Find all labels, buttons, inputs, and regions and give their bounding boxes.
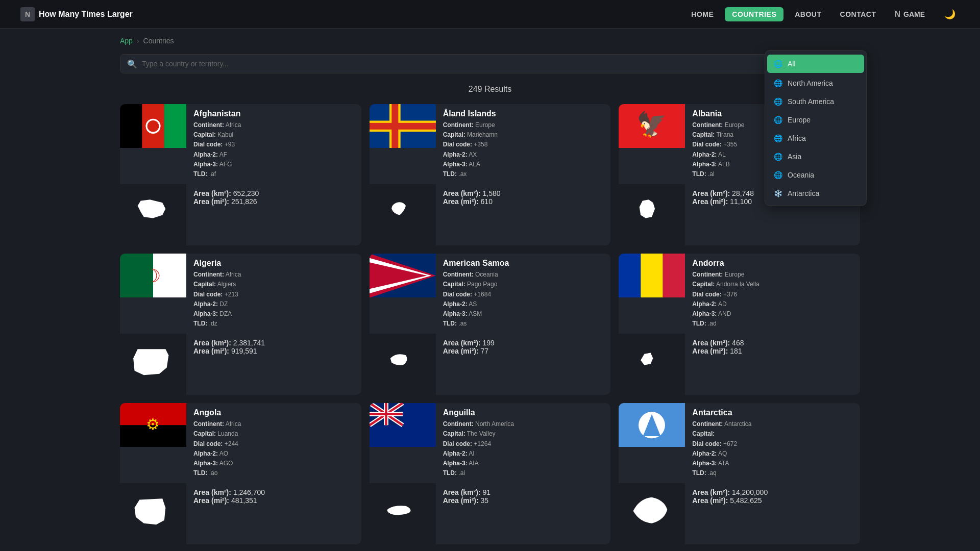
dropdown-item-oceania[interactable]: 🌐 Oceania <box>765 166 866 184</box>
country-area-mi: Area (mi²): 251,826 <box>193 197 354 206</box>
country-shape-svg <box>626 492 677 536</box>
site-logo[interactable]: N How Many Times Larger <box>20 7 133 21</box>
country-shape-svg <box>128 343 179 386</box>
card-area-info: Area (km²): 652,230 Area (mi²): 251,826 <box>186 184 361 245</box>
country-card[interactable]: Andorra Continent: Europe Capital: Andor… <box>619 254 860 395</box>
country-area-mi: Area (mi²): 77 <box>443 347 604 355</box>
country-alpha3: Alpha-3: AIA <box>443 459 604 468</box>
country-tld: TLD: .aq <box>692 468 853 478</box>
country-shape-svg <box>128 492 179 536</box>
country-area-km: Area (km²): 2,381,741 <box>193 339 354 347</box>
dropdown-item-africa[interactable]: 🌐 Africa <box>765 129 866 147</box>
country-dial: Dial code: +376 <box>692 290 853 299</box>
card-area-info: Area (km²): 1,246,700 Area (mi²): 481,35… <box>186 483 361 544</box>
country-alpha2: Alpha-2: AS <box>443 299 604 309</box>
nav-game[interactable]: N GAME <box>887 7 932 22</box>
card-info: Angola Continent: Africa Capital: Luanda… <box>186 403 361 483</box>
search-input[interactable] <box>120 54 834 73</box>
nav-about[interactable]: ABOUT <box>788 7 828 21</box>
country-dial: Dial code: +1684 <box>443 290 604 299</box>
country-dial: Dial code: +1264 <box>443 439 604 449</box>
breadcrumb-separator: › <box>137 37 139 45</box>
nav-contact[interactable]: CONTACT <box>833 7 884 21</box>
country-card[interactable]: Antarctica Continent: Antarctica Capital… <box>619 403 860 544</box>
country-name: Antarctica <box>692 408 853 417</box>
card-flag <box>619 254 685 297</box>
card-main: Area (km²): 2,381,741 Area (mi²): 919,59… <box>120 334 361 395</box>
country-dial: Dial code: +244 <box>193 439 354 449</box>
country-continent: Continent: Europe <box>443 120 604 130</box>
country-area-mi: Area (mi²): 610 <box>443 197 604 206</box>
country-capital: Capital: Mariehamn <box>443 130 604 140</box>
card-shape-col <box>370 184 436 245</box>
card-area-info: Area (km²): 2,381,741 Area (mi²): 919,59… <box>186 334 361 395</box>
country-card[interactable]: Åland Islands Continent: Europe Capital:… <box>370 104 611 245</box>
dropdown-item-label: Africa <box>788 134 806 142</box>
dropdown-item-north-america[interactable]: 🌐 North America <box>765 74 866 92</box>
card-shape-col <box>619 483 685 544</box>
search-icon: 🔍 <box>127 59 137 69</box>
country-card[interactable]: ☽ Algeria Continent: Africa Capital: Alg… <box>120 254 361 395</box>
card-shape-col <box>120 184 186 245</box>
country-name: Angola <box>193 408 354 417</box>
svg-text:🦅: 🦅 <box>637 110 668 139</box>
country-dial: Dial code: +358 <box>443 140 604 149</box>
card-info: Åland Islands Continent: Europe Capital:… <box>436 104 611 184</box>
country-card[interactable]: ⚙ Angola Continent: Africa Capital: Luan… <box>120 403 361 544</box>
dropdown-item-asia[interactable]: 🌐 Asia <box>765 147 866 166</box>
continent-dropdown: 🌐 All 🌐 North America 🌐 South America 🌐 … <box>765 50 867 206</box>
card-flag: ⚙ <box>120 403 186 447</box>
card-flag <box>619 403 685 447</box>
dropdown-item-icon: 🌐 <box>773 134 782 143</box>
site-title: How Many Times Larger <box>39 10 133 19</box>
country-continent: Continent: Europe <box>692 270 853 280</box>
dark-mode-toggle[interactable]: 🌙 <box>940 7 960 22</box>
country-area-mi: Area (mi²): 919,591 <box>193 347 354 355</box>
card-shape-col <box>120 483 186 544</box>
card-shape-col <box>619 334 685 395</box>
dropdown-item-all[interactable]: 🌐 All <box>767 55 864 73</box>
card-top: Åland Islands Continent: Europe Capital:… <box>370 104 611 184</box>
card-top: Andorra Continent: Europe Capital: Andor… <box>619 254 860 334</box>
nav-countries[interactable]: COUNTRIES <box>725 7 783 21</box>
card-flag <box>370 104 436 148</box>
country-shape-svg <box>377 492 428 536</box>
card-main: Area (km²): 1,246,700 Area (mi²): 481,35… <box>120 483 361 544</box>
country-area-mi: Area (mi²): 181 <box>692 347 853 355</box>
dropdown-item-europe[interactable]: 🌐 Europe <box>765 111 866 129</box>
country-card[interactable]: Anguilla Continent: North America Capita… <box>370 403 611 544</box>
country-alpha2: Alpha-2: AQ <box>692 449 853 459</box>
svg-rect-19 <box>641 254 663 297</box>
svg-rect-8 <box>391 104 398 148</box>
card-top: ⚙ Angola Continent: Africa Capital: Luan… <box>120 403 361 483</box>
card-info: Andorra Continent: Europe Capital: Andor… <box>685 254 860 334</box>
dropdown-item-label: All <box>788 60 796 68</box>
logo-icon: N <box>20 7 35 21</box>
country-tld: TLD: .dz <box>193 319 354 329</box>
country-card[interactable]: Afghanistan Continent: Africa Capital: K… <box>120 104 361 245</box>
dropdown-item-antarctica[interactable]: ❄️ Antarctica <box>765 184 866 203</box>
country-area-km: Area (km²): 14,200,000 <box>692 488 853 496</box>
dropdown-item-south-america[interactable]: 🌐 South America <box>765 92 866 111</box>
country-continent: Continent: Africa <box>193 419 354 429</box>
country-tld: TLD: .ao <box>193 468 354 478</box>
country-shape-svg <box>377 193 428 237</box>
svg-rect-0 <box>120 104 142 148</box>
nav-links: HOME COUNTRIES ABOUT CONTACT N GAME 🌙 <box>684 7 960 22</box>
country-card[interactable]: American Samoa Continent: Oceania Capita… <box>370 254 611 395</box>
card-top: Anguilla Continent: North America Capita… <box>370 403 611 483</box>
dropdown-item-label: Oceania <box>788 171 814 179</box>
country-tld: TLD: .ax <box>443 169 604 179</box>
card-info: Anguilla Continent: North America Capita… <box>436 403 611 483</box>
country-tld: TLD: .af <box>193 169 354 179</box>
country-area-mi: Area (mi²): 35 <box>443 496 604 505</box>
breadcrumb-app[interactable]: App <box>120 37 133 45</box>
breadcrumb-current: Countries <box>143 37 174 45</box>
country-shape-svg <box>128 193 179 237</box>
svg-rect-7 <box>370 123 436 130</box>
country-name: American Samoa <box>443 259 604 268</box>
country-capital: Capital: Luanda <box>193 429 354 439</box>
svg-text:⚙: ⚙ <box>146 416 160 433</box>
nav-home[interactable]: HOME <box>684 7 721 21</box>
country-alpha2: Alpha-2: AO <box>193 449 354 459</box>
